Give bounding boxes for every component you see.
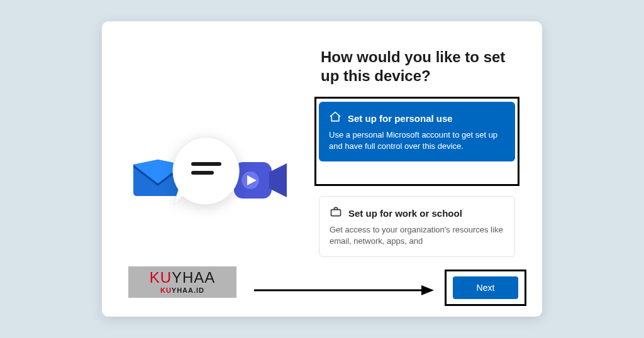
oobe-setup-card: How would you like to set up this device… [102,21,542,317]
page-title: How would you like to set up this device… [321,48,509,85]
chat-bubble-icon [169,133,244,209]
option-work-title: Set up for work or school [348,208,462,219]
svg-rect-4 [331,210,341,216]
watermark-big-text: KUYHAA [150,270,216,285]
option-work-desc: Get access to your organization's resour… [330,224,504,246]
next-button-label: Next [477,283,495,293]
next-button[interactable]: Next [453,276,518,299]
watermark-small-text: KUYHAA.ID [160,286,204,294]
svg-rect-3 [191,171,214,175]
option-work-school[interactable]: Set up for work or school Get access to … [319,196,515,257]
annotation-highlight-option [314,97,519,186]
watermark-badge: KUYHAA KUYHAA.ID [128,266,236,298]
annotation-arrow-icon [253,284,435,297]
svg-rect-2 [191,162,221,166]
briefcase-icon [330,205,342,221]
content-area: How would you like to set up this device… [102,21,542,317]
illustration-cluster [130,147,293,241]
